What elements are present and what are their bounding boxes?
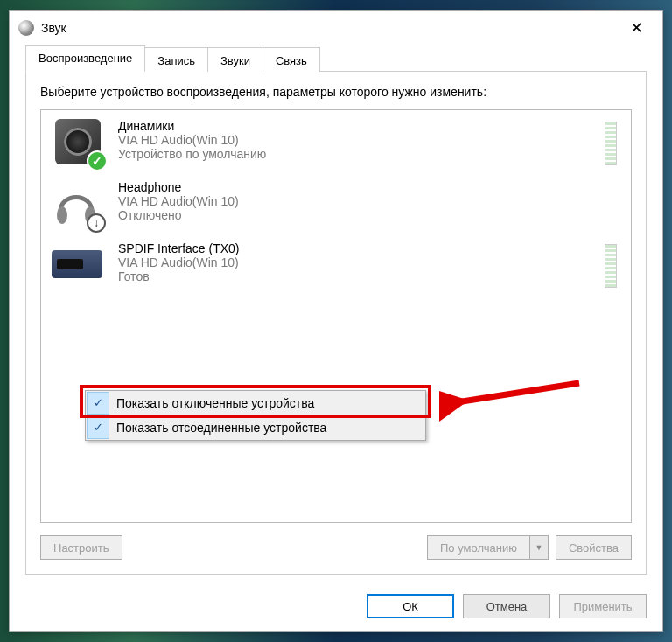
tab-sounds[interactable]: Звуки — [207, 47, 263, 72]
tab-panel-playback: Выберите устройство воспроизведения, пар… — [25, 71, 647, 575]
instruction-text: Выберите устройство воспроизведения, пар… — [40, 84, 632, 101]
device-list[interactable]: ✓ Динамики VIA HD Audio(Win 10) Устройст… — [40, 109, 632, 523]
tab-communications[interactable]: Связь — [262, 47, 320, 72]
device-name: Динамики — [118, 119, 605, 133]
sound-icon — [18, 20, 34, 36]
device-driver: VIA HD Audio(Win 10) — [118, 133, 605, 147]
disabled-down-icon: ↓ — [87, 213, 106, 233]
device-row-spdif[interactable]: SPDIF Interface (TX0) VIA HD Audio(Win 1… — [45, 236, 627, 297]
menu-show-disabled[interactable]: ✓ Показать отключенные устройства — [86, 391, 425, 415]
device-info: Headphone VIA HD Audio(Win 10) Отключено — [118, 180, 620, 222]
properties-button[interactable]: Свойства — [556, 535, 632, 560]
dialog-button-row: ОК Отмена Применить — [10, 583, 662, 631]
device-driver: VIA HD Audio(Win 10) — [118, 194, 620, 208]
cancel-button[interactable]: Отмена — [463, 594, 550, 618]
device-info: Динамики VIA HD Audio(Win 10) Устройство… — [118, 119, 605, 161]
window-title: Звук — [41, 21, 619, 35]
context-menu: ✓ Показать отключенные устройства ✓ Пока… — [85, 390, 426, 441]
device-name: Headphone — [118, 180, 620, 194]
panel-button-row: Настроить По умолчанию ▼ Свойства — [40, 535, 632, 560]
level-meter — [605, 244, 617, 288]
tab-recording[interactable]: Запись — [144, 47, 208, 72]
level-meter — [605, 122, 617, 165]
annotation-arrow — [439, 373, 588, 425]
menu-item-label: Показать отсоединенные устройства — [116, 421, 326, 435]
menu-show-disconnected[interactable]: ✓ Показать отсоединенные устройства — [86, 415, 425, 440]
check-icon: ✓ — [87, 416, 109, 439]
spdif-icon — [52, 241, 104, 290]
content-area: Воспроизведение Запись Звуки Связь Выбер… — [10, 45, 662, 583]
device-driver: VIA HD Audio(Win 10) — [118, 255, 605, 269]
svg-line-2 — [457, 383, 579, 402]
device-row-headphone[interactable]: ↓ Headphone VIA HD Audio(Win 10) Отключе… — [45, 175, 627, 236]
sound-dialog: Звук ✕ Воспроизведение Запись Звуки Связ… — [9, 10, 663, 632]
ok-button[interactable]: ОК — [367, 594, 454, 618]
tab-playback[interactable]: Воспроизведение — [25, 45, 145, 72]
close-button[interactable]: ✕ — [619, 15, 654, 41]
default-check-icon: ✓ — [87, 150, 108, 171]
default-split-button[interactable]: По умолчанию ▼ — [427, 535, 549, 560]
check-icon: ✓ — [87, 392, 109, 415]
speaker-icon: ✓ — [52, 119, 104, 168]
tab-strip: Воспроизведение Запись Звуки Связь — [25, 45, 647, 72]
svg-point-0 — [57, 206, 67, 224]
device-name: SPDIF Interface (TX0) — [118, 241, 605, 255]
configure-button[interactable]: Настроить — [40, 535, 122, 560]
titlebar: Звук ✕ — [10, 11, 662, 45]
default-button[interactable]: По умолчанию — [427, 535, 529, 560]
default-dropdown-arrow[interactable]: ▼ — [529, 535, 549, 560]
device-status: Готов — [118, 269, 605, 283]
apply-button[interactable]: Применить — [559, 594, 647, 618]
headphone-icon: ↓ — [52, 180, 104, 229]
device-status: Устройство по умолчанию — [118, 147, 605, 161]
device-status: Отключено — [118, 208, 620, 222]
device-info: SPDIF Interface (TX0) VIA HD Audio(Win 1… — [118, 241, 605, 283]
menu-item-label: Показать отключенные устройства — [116, 396, 314, 410]
device-row-speakers[interactable]: ✓ Динамики VIA HD Audio(Win 10) Устройст… — [45, 114, 627, 175]
